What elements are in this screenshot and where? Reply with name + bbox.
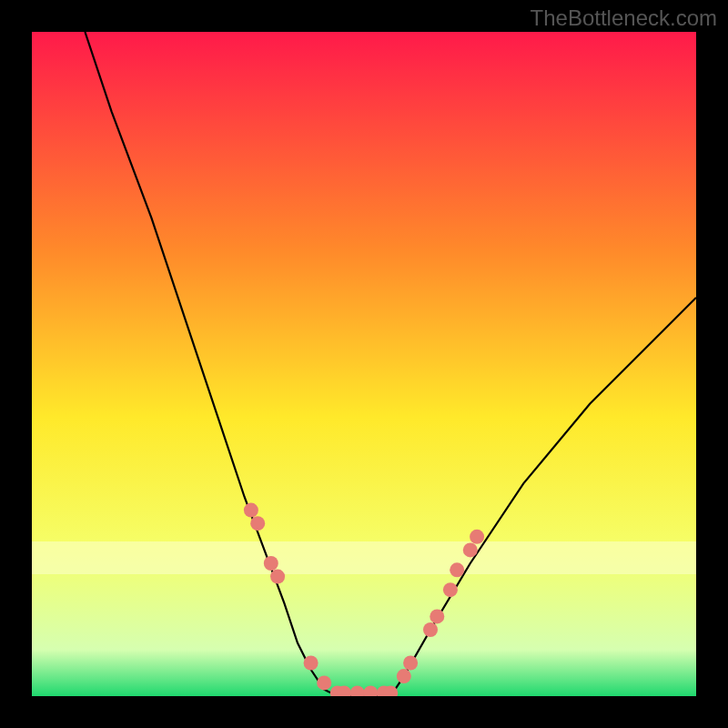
marker-dot	[250, 516, 265, 531]
marker-dot	[430, 609, 444, 623]
marker-dot	[317, 675, 331, 690]
gradient-background	[32, 32, 696, 696]
chart-plot-area	[32, 32, 696, 696]
marker-dot	[463, 542, 478, 557]
marker-dot	[304, 656, 318, 671]
marker-dot	[450, 562, 464, 577]
marker-dot	[397, 669, 411, 683]
marker-dot	[470, 530, 484, 544]
marker-dot	[423, 622, 438, 637]
marker-dot	[264, 556, 278, 571]
marker-dot	[244, 503, 258, 518]
marker-dot	[403, 656, 418, 671]
marker-dot	[270, 570, 285, 584]
pale-band	[32, 541, 696, 574]
watermark-text: TheBottleneck.com	[531, 5, 717, 31]
marker-dot	[443, 582, 458, 597]
chart-svg	[32, 32, 696, 696]
